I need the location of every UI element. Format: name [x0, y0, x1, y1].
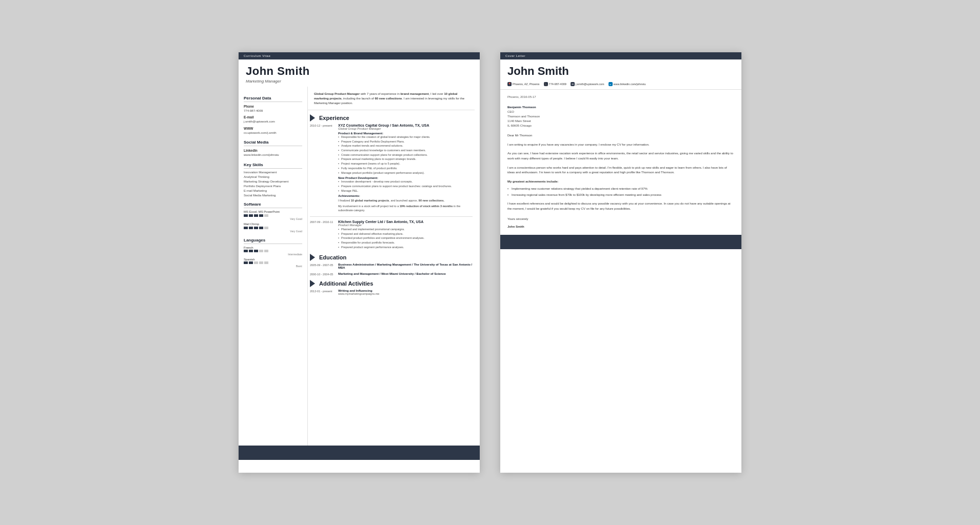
dot	[249, 214, 253, 217]
cl-contact-location: 📍 Phoenix, AZ, Phoenix	[507, 82, 540, 86]
cl-document: Cover Letter John Smith 📍 Phoenix, AZ, P…	[500, 52, 741, 473]
email-icon: ✉	[571, 82, 575, 86]
exp-1-subsection-1: Product & Brand Management:	[338, 132, 475, 135]
cl-phone-text: 774-987-4009	[549, 83, 566, 86]
dot-empty	[264, 261, 268, 264]
cv-main: Global Group Product Manager with 7 year…	[308, 87, 480, 446]
lang-2-rating	[244, 261, 302, 264]
edu-2-content: Marketing and Management / West Miami Un…	[338, 272, 475, 276]
dot	[244, 261, 248, 264]
dot	[259, 214, 263, 217]
dot-empty	[254, 261, 258, 264]
edu-item-2: 2000-10 - 2004-05 Marketing and Manageme…	[308, 272, 475, 276]
cv-footer	[239, 446, 480, 460]
dot	[244, 214, 248, 217]
linkedin-icon: in	[609, 82, 613, 86]
sidebar-email-value: j.smith@uptowork.com	[244, 119, 302, 124]
cl-recipient-name: Benjamin Thomson	[507, 105, 734, 110]
cl-email-text: j.smith@uptowork.com	[576, 83, 604, 86]
experience-item-2: 2007-09 - 2010-11 Kitchen Supply Center …	[308, 220, 475, 250]
cl-achievements-list: Implementing new customer relations stra…	[507, 187, 734, 197]
bullet: Prepare annual marketing plans to suppor…	[338, 157, 475, 161]
experience-arrow-icon	[310, 114, 315, 122]
sidebar-social-title: Social Media	[244, 140, 302, 146]
cl-achievements-title: My greatest achievements include:	[507, 179, 734, 185]
dot	[249, 227, 253, 229]
dot-empty	[259, 261, 263, 264]
cl-signature: John Smith	[507, 225, 734, 230]
cl-closing: Yours sincerely	[507, 217, 734, 222]
cv-document: Curriculum Vitae John Smith Marketing Ma…	[239, 52, 480, 473]
cl-contact-phone: 📞 774-987-4009	[544, 82, 566, 86]
sidebar-languages-title: Languages	[244, 238, 302, 244]
exp-1-company: XYZ Cosmetics Capital Group / San Antoni…	[338, 124, 475, 127]
experience-section-title: Experience	[319, 115, 349, 121]
sidebar-www-value: cv.uptowork.com/j.smith	[244, 131, 302, 135]
cl-linkedin-text: www.linkedin.com/johnstu	[614, 83, 646, 86]
page-wrapper: Curriculum Vitae John Smith Marketing Ma…	[239, 52, 741, 473]
dot	[254, 250, 258, 252]
sidebar-skills-title: Key Skills	[244, 163, 302, 169]
exp-2-company: Kitchen Supply Center Ltd / San Antonio,…	[338, 220, 475, 224]
exp-divider	[310, 216, 473, 217]
sidebar-linkedin-value: www.linkedin.com/johnstu	[244, 153, 302, 157]
skill-6: Social Media Marketing	[244, 194, 302, 197]
cv-header-bar: Curriculum Vitae	[239, 52, 480, 59]
exp-1-achieve-1: I finalized 10 global marketing projects…	[338, 198, 475, 203]
lang-1-rating-label: Intermediate	[244, 253, 302, 256]
edu-1-date: 2005-09 - 2007-05	[310, 263, 338, 269]
skill-4: Portfolio Deployment Plans	[244, 185, 302, 188]
edu-item-1: 2005-09 - 2007-05 Business Administratio…	[308, 263, 475, 269]
dot	[244, 250, 248, 252]
cl-date: Phoenix, 2016-05-17	[507, 95, 734, 100]
bullet: Create communication support plans for s…	[338, 153, 475, 157]
activities-section-title: Additional Activities	[319, 280, 373, 287]
cl-name-section: John Smith	[500, 59, 741, 80]
cl-location-text: Phoenix, AZ, Phoenix	[513, 83, 540, 86]
cv-title: Marketing Manager	[246, 79, 475, 84]
dot	[254, 227, 258, 229]
dot	[259, 227, 263, 229]
activities-arrow-icon	[310, 280, 315, 287]
cv-intro-text2: , I led over	[429, 92, 444, 95]
cl-achievement-1: Implementing new customer relations stra…	[507, 187, 734, 191]
act-1-content: Writing and Influencing www.mymarketingc…	[338, 289, 475, 295]
skill-1: Innovation Management	[244, 171, 302, 174]
activity-item-1: 2012-01 - present Writing and Influencin…	[308, 289, 475, 295]
sidebar-software-title: Software	[244, 202, 302, 208]
cv-name-section: John Smith Marketing Manager	[239, 59, 480, 87]
edu-1-content: Business Administration / Marketing Mana…	[338, 263, 475, 269]
bullet: Planned and implemented promotional camp…	[338, 228, 475, 232]
exp-1-role: Global Group Product Manager	[338, 127, 475, 130]
sidebar-linkedin-label: LinkedIn	[244, 149, 302, 152]
dot-empty	[264, 250, 268, 252]
cv-name: John Smith	[246, 65, 475, 78]
education-section-header: Education	[308, 254, 475, 261]
edu-2-date: 2000-10 - 2004-05	[310, 272, 338, 276]
cl-recipient-company: Thomson and Thomson	[507, 114, 734, 119]
exp-1-subsection-2: New Product Development:	[338, 176, 475, 179]
lang-1-rating	[244, 250, 302, 252]
lang-1-name: French	[244, 246, 302, 249]
cl-recipient-title: CEO	[507, 110, 734, 114]
cl-name: John Smith	[507, 65, 734, 78]
cv-intro-text1: with 7 years of experience in	[360, 92, 400, 95]
cl-header-label: Cover Letter	[505, 54, 525, 57]
dot	[249, 261, 253, 264]
experience-item-1: 2010-12 - present XYZ Cosmetics Capital …	[308, 124, 475, 212]
location-icon: 📍	[507, 82, 512, 86]
cl-header-bar: Cover Letter	[500, 52, 741, 59]
lang-2-name: Spanish	[244, 258, 302, 261]
exp-1-date: 2010-12 - present	[310, 124, 338, 212]
education-section-title: Education	[319, 254, 346, 260]
exp-1-content: XYZ Cosmetics Capital Group / San Antoni…	[338, 124, 475, 212]
act-1-detail: www.mymarketingcampaigns.me	[338, 292, 475, 295]
cv-intro-bold3: 60 new collections	[375, 97, 402, 100]
lang-2-rating-label: Basic	[244, 265, 302, 268]
cl-achievement-2: Increasing regional sales revenue from $…	[507, 193, 734, 197]
cl-paragraph-2: As you can see, I have had extensive vac…	[507, 151, 734, 161]
cv-intro-bold1: brand management	[400, 92, 428, 95]
bullet: Prepared and delivered effective marketi…	[338, 232, 475, 236]
sidebar-email-label: E-mail	[244, 115, 302, 119]
exp-2-date: 2007-09 - 2010-11	[310, 220, 338, 250]
